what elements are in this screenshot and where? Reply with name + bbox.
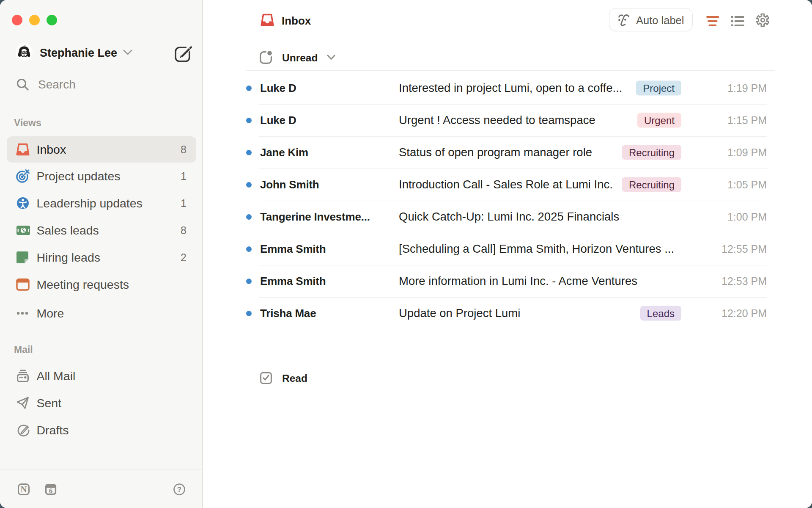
svg-text:6: 6	[49, 487, 53, 495]
svg-text:N: N	[21, 484, 27, 494]
svg-text:?: ?	[177, 486, 181, 494]
